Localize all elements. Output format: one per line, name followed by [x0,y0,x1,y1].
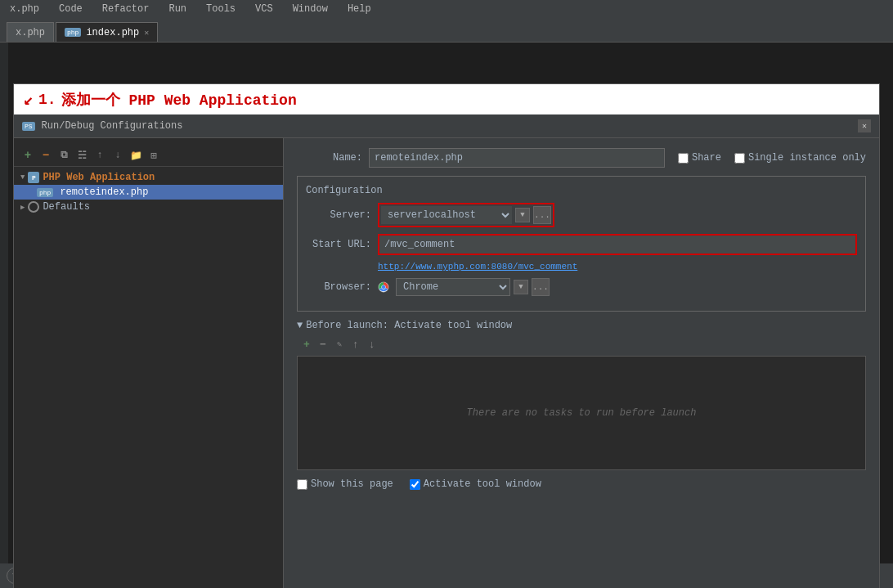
name-input[interactable] [369,148,665,168]
activate-window-label: Activate tool window [424,478,541,490]
tree-php-web-app[interactable]: ▼ P PHP Web Application [14,170,283,185]
browser-dropdown-button[interactable]: ▼ [514,280,528,294]
tree-parent-label: PHP Web Application [43,172,155,183]
annotation-arrow: ↙ [24,89,34,110]
annotation-text: 添加一个 PHP Web Application [61,90,297,110]
show-page-option[interactable]: Show this page [297,478,393,490]
no-tasks-message: There are no tasks to run before launch [467,407,697,419]
menu-tools[interactable]: Tools [203,2,239,16]
menu-code[interactable]: Code [56,2,86,16]
show-page-checkbox[interactable] [297,479,307,490]
dialog-title-text: Run/Debug Configurations [42,120,183,132]
launch-down-button[interactable]: ↓ [366,338,379,351]
share-checkbox[interactable] [678,153,689,164]
dialog-titlebar: PS Run/Debug Configurations ✕ [14,114,879,138]
dialog-php-icon: PS [22,122,35,131]
tree-defaults-icon [28,201,39,213]
before-launch-title: Before launch: Activate tool window [306,320,512,331]
svg-point-2 [382,285,385,289]
tab-xphp[interactable]: x.php [7,22,54,42]
annotation-number: 1. [38,92,56,108]
browser-row: Browser: [306,278,857,296]
tree-defaults-label: Defaults [43,201,90,213]
browser-ellipsis-button[interactable]: ... [532,278,550,296]
url-field-container [378,234,857,255]
launch-remove-button[interactable]: − [316,338,330,351]
menu-window[interactable]: Window [289,2,331,16]
activate-window-option[interactable]: Activate tool window [410,478,541,490]
tree-php-icon: P [28,172,39,183]
launch-up-button[interactable]: ↑ [349,338,362,351]
tree-defaults[interactable]: ▶ Defaults [14,200,283,214]
before-launch-header[interactable]: ▼ Before launch: Activate tool window [297,320,866,331]
share-checkbox-label[interactable]: Share [678,152,721,164]
menu-file[interactable]: x.php [7,2,43,16]
name-row: Name: Share Single instance only [297,148,866,168]
annotation-banner: ↙ 1. 添加一个 PHP Web Application [14,84,879,114]
sidebar-expand-button[interactable]: ⊞ [146,148,161,163]
single-instance-label: Single instance only [748,152,866,164]
menu-help[interactable]: Help [344,2,375,16]
sidebar-down-button[interactable]: ↓ [110,148,125,163]
before-launch-toolbar: + − ✎ ↑ ↓ [297,336,866,352]
server-label: Server: [306,209,371,221]
chrome-icon [378,281,389,293]
menu-run[interactable]: Run [165,2,190,16]
sidebar-up-button[interactable]: ↑ [92,148,107,163]
config-section-title: Configuration [306,185,857,196]
server-dropdown-button[interactable]: ▼ [515,208,530,222]
single-instance-checkbox-label[interactable]: Single instance only [734,152,866,164]
configuration-section: Configuration Server: serverlocalhost ▼ … [297,176,866,312]
tree-child-label: remoteindex.php [60,186,148,198]
browser-select-container: Chrome ▼ ... [378,278,550,296]
dialog-right-panel: Name: Share Single instance only Configu… [284,138,879,588]
server-field-container: serverlocalhost ▼ ... [378,203,554,227]
start-url-input[interactable] [379,236,855,254]
bottom-options: Show this page Activate tool window [297,478,866,490]
start-url-label: Start URL: [306,239,371,250]
dialog-overlay: ↙ 1. 添加一个 PHP Web Application PS Run/Deb… [0,43,893,563]
name-label: Name: [297,152,362,164]
run-debug-dialog: ↙ 1. 添加一个 PHP Web Application PS Run/Deb… [13,83,880,588]
sidebar-toolbar: + − ⧉ ☵ ↑ ↓ 📁 ⊞ [14,145,283,167]
sidebar-add-button[interactable]: + [20,148,35,163]
browser-select[interactable]: Chrome [396,278,510,296]
start-url-row: Start URL: [306,234,857,255]
browser-label: Browser: [306,281,371,293]
tab-close-icon[interactable]: ✕ [144,28,149,38]
before-launch-collapse-icon: ▼ [297,320,303,331]
tab-indexphp[interactable]: php index.php ✕ [56,22,158,42]
full-url-link[interactable]: http://www.myphp.com:8080/mvc_comment [378,262,857,272]
launch-edit-button[interactable]: ✎ [333,338,346,351]
dialog-title-left: PS Run/Debug Configurations [22,120,182,132]
share-label: Share [692,152,721,164]
menu-vcs[interactable]: VCS [252,2,276,16]
sidebar-copy-button[interactable]: ⧉ [56,148,71,163]
sidebar-folder-button[interactable]: 📁 [128,148,143,163]
server-select[interactable]: serverlocalhost [381,206,512,224]
sidebar-more-button[interactable]: ☵ [74,148,89,163]
dialog-content: + − ⧉ ☵ ↑ ↓ 📁 ⊞ ▼ P PHP Web Application … [14,138,879,588]
tree-expand-arrow: ▼ [20,173,25,182]
server-row: Server: serverlocalhost ▼ ... [306,203,857,227]
tab-indexphp-label: index.php [86,27,139,38]
launch-add-button[interactable]: + [300,338,313,351]
activate-window-checkbox[interactable] [410,479,420,490]
dialog-close-button[interactable]: ✕ [858,119,871,132]
single-instance-checkbox[interactable] [734,153,745,164]
before-launch-section: ▼ Before launch: Activate tool window + … [297,320,866,470]
server-ellipsis-button[interactable]: ... [533,206,551,224]
sidebar-remove-button[interactable]: − [38,148,53,163]
tab-xphp-label: x.php [16,27,45,38]
tree-child-php-icon: php [37,188,53,197]
dialog-sidebar: + − ⧉ ☵ ↑ ↓ 📁 ⊞ ▼ P PHP Web Application … [14,138,284,588]
menubar: x.php Code Refactor Run Tools VCS Window… [0,0,893,18]
tree-defaults-arrow: ▶ [20,203,25,212]
tabbar: x.php php index.php ✕ [0,18,893,43]
tree-remoteindex[interactable]: php remoteindex.php [14,185,283,200]
before-launch-area: There are no tasks to run before launch [297,356,866,470]
show-page-label: Show this page [311,478,393,490]
menu-refactor[interactable]: Refactor [99,2,153,16]
tab-php-icon: php [65,28,81,37]
